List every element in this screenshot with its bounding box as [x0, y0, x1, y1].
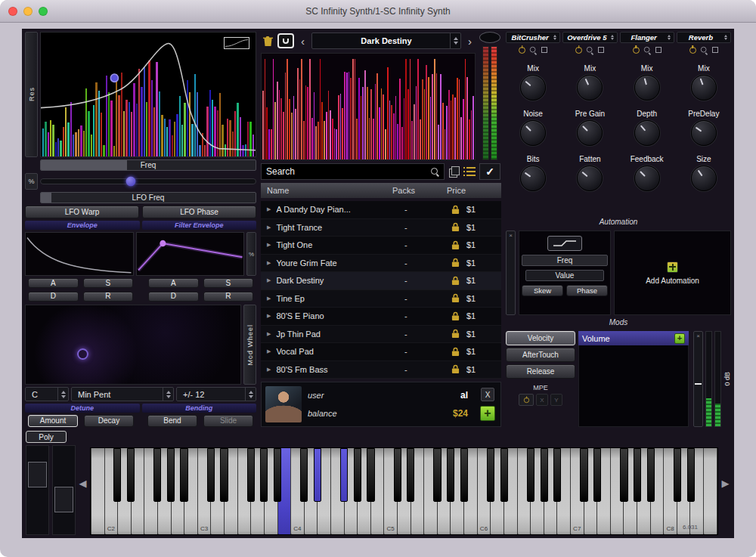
preset-row[interactable]: ▶Youre Grim Fate-$1 — [261, 255, 501, 273]
attack-button[interactable]: A — [28, 278, 79, 288]
fader-handle[interactable] — [695, 383, 702, 385]
piano-keys[interactable]: C2C3C4C5C6C7C8 — [90, 447, 718, 535]
mod-source-release[interactable]: Release — [506, 364, 575, 379]
spinner-arrows-icon[interactable] — [57, 388, 67, 401]
spinner-arrows-icon[interactable] — [450, 33, 459, 48]
automation-value-bar[interactable]: Value — [525, 270, 605, 281]
macro-slider-2[interactable] — [52, 445, 76, 535]
bend-button[interactable]: Bend — [147, 415, 197, 427]
output-fader[interactable]: × — [693, 331, 703, 427]
black-key-D#7[interactable] — [593, 448, 601, 502]
confirm-button[interactable]: ✓ — [479, 163, 500, 180]
automation-depth-slider[interactable]: × — [506, 231, 516, 315]
expand-icon[interactable]: ▶ — [267, 331, 271, 337]
mpe-x-button[interactable]: X — [536, 394, 548, 406]
preset-row[interactable]: ▶Tight Trance-$1 — [261, 219, 501, 237]
knob-bits[interactable] — [520, 166, 546, 191]
fx-power-icon[interactable] — [689, 47, 696, 54]
skew-button[interactable]: Skew — [522, 285, 563, 296]
black-key-D#6[interactable] — [500, 448, 508, 502]
filter-display[interactable] — [40, 32, 256, 157]
expand-icon[interactable]: ▶ — [267, 260, 271, 266]
black-key-C#5[interactable] — [394, 448, 401, 502]
black-key-G#5[interactable] — [447, 448, 454, 502]
decay-button[interactable]: D — [28, 292, 79, 302]
lfo-warp-button[interactable]: LFO Warp — [25, 206, 139, 218]
fx-zoom-icon[interactable] — [530, 46, 537, 53]
knob-mix[interactable] — [634, 75, 660, 101]
titlebar[interactable]: SC Infinity Synth/1-SC Infinity Synth — [0, 0, 756, 23]
black-key-G#3[interactable] — [260, 448, 268, 502]
fx-type-select[interactable]: Reverb — [677, 32, 731, 43]
close-window-button[interactable] — [8, 7, 17, 16]
release-button[interactable]: R — [203, 292, 254, 302]
automation-shape-button[interactable] — [547, 236, 582, 251]
black-key-F#6[interactable] — [527, 448, 534, 502]
black-key-C#2[interactable] — [113, 448, 121, 502]
knob-depth[interactable] — [634, 120, 660, 146]
automation-freq-bar[interactable]: Freq — [522, 255, 608, 266]
mod-source-aftertouch[interactable]: AfterTouch — [506, 348, 575, 362]
search-input[interactable]: Search — [261, 163, 445, 180]
preset-row[interactable]: ▶80'S E Piano-$1 — [261, 308, 501, 326]
spinner-arrows-icon[interactable] — [666, 32, 672, 42]
next-preset-button[interactable]: › — [464, 32, 476, 49]
expand-icon[interactable]: ▶ — [267, 296, 271, 302]
fx-window-icon[interactable] — [712, 47, 718, 53]
mod-display[interactable] — [25, 305, 241, 385]
spinner-arrows-icon[interactable] — [552, 32, 558, 42]
fx-zoom-icon[interactable] — [643, 46, 650, 53]
fx-type-select[interactable]: Flanger — [620, 32, 674, 43]
preset-row[interactable]: ▶Tight One-$1 — [261, 237, 501, 255]
envelope-node[interactable] — [160, 240, 166, 247]
percent-toggle[interactable]: % — [25, 173, 38, 190]
fx-window-icon[interactable] — [541, 47, 547, 53]
expand-icon[interactable]: ▶ — [267, 224, 271, 231]
freq-slider[interactable]: Freq — [40, 159, 256, 171]
expand-icon[interactable]: ▶ — [267, 206, 271, 212]
phase-button[interactable]: Phase — [566, 285, 608, 296]
zoom-minimap-icon[interactable] — [224, 37, 249, 49]
scroll-left-arrow[interactable]: ◀ — [78, 431, 88, 535]
filter-node[interactable] — [110, 74, 118, 82]
expand-icon[interactable]: ▶ — [267, 348, 271, 354]
mpe-power-button[interactable] — [519, 394, 534, 406]
black-key-A#2[interactable] — [180, 448, 187, 502]
expand-icon[interactable]: ▶ — [267, 277, 271, 283]
black-key-G#4[interactable] — [354, 448, 361, 502]
black-key-D#3[interactable] — [220, 448, 228, 502]
mpe-y-button[interactable]: Y — [550, 394, 562, 406]
copy-icon[interactable] — [449, 166, 459, 177]
black-key-A#7[interactable] — [647, 448, 655, 502]
black-key-D#4[interactable] — [314, 448, 321, 502]
preset-row[interactable]: ▶80'S Fm Bass-$1 — [261, 361, 501, 379]
black-key-A#6[interactable] — [553, 448, 561, 502]
list-view-icon[interactable] — [463, 167, 476, 176]
black-key-F#4[interactable] — [340, 448, 348, 502]
detune-amount-button[interactable]: Amount — [28, 415, 78, 427]
fx-power-icon[interactable] — [633, 47, 640, 54]
release-button[interactable]: R — [83, 292, 134, 302]
black-key-C#6[interactable] — [487, 448, 494, 502]
poly-button[interactable]: Poly — [26, 431, 67, 443]
slider-handle[interactable] — [54, 487, 73, 512]
minimize-window-button[interactable] — [23, 7, 33, 16]
black-key-A#3[interactable] — [274, 448, 281, 502]
white-key-F8[interactable] — [704, 448, 717, 534]
mod-wheel[interactable]: Mod Wheel — [243, 305, 256, 385]
detune-decay-button[interactable]: Decay — [84, 415, 134, 427]
amp-envelope-display[interactable] — [25, 232, 134, 276]
column-price[interactable]: Price — [447, 186, 495, 195]
spinner-arrows-icon[interactable] — [245, 388, 254, 401]
fx-zoom-icon[interactable] — [701, 46, 708, 53]
black-key-C#3[interactable] — [207, 448, 215, 502]
black-key-C#4[interactable] — [300, 448, 308, 502]
white-key-B1[interactable] — [91, 448, 105, 534]
knob-size[interactable] — [691, 166, 717, 191]
black-key-G#7[interactable] — [634, 448, 641, 502]
scale-select[interactable]: Min Pent — [71, 387, 174, 401]
lfo-rate-slider[interactable] — [40, 173, 256, 190]
slide-button[interactable]: Slide — [203, 415, 253, 427]
mod-node[interactable] — [77, 348, 88, 360]
sustain-button[interactable]: S — [83, 278, 134, 288]
